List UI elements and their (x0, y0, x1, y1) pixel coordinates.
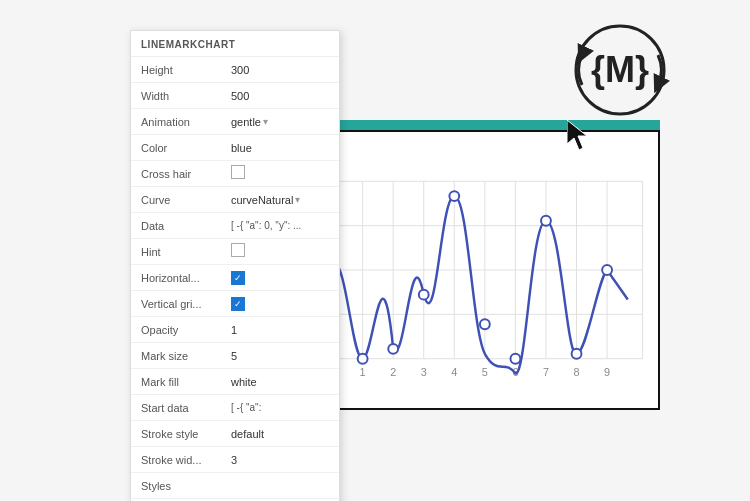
prop-value-3: blue (231, 142, 329, 154)
prop-row-12: Mark fillwhite (131, 369, 339, 395)
prop-row-7: Hint (131, 239, 339, 265)
svg-text:4: 4 (451, 366, 457, 378)
prop-label-6: Data (141, 220, 231, 232)
prop-label-3: Color (141, 142, 231, 154)
svg-point-38 (480, 319, 490, 329)
prop-checkbox-9[interactable] (231, 297, 245, 311)
prop-row-13: Start data[ -{ "a": (131, 395, 339, 421)
prop-value-4 (231, 165, 245, 182)
prop-checkbox-8[interactable] (231, 271, 245, 285)
prop-row-1: Width500 (131, 83, 339, 109)
svg-point-34 (358, 354, 368, 364)
prop-value-1: 500 (231, 90, 329, 102)
prop-label-2: Animation (141, 116, 231, 128)
prop-row-5: CurvecurveNatural ▾ (131, 187, 339, 213)
prop-value-13: [ -{ "a": (231, 402, 329, 413)
prop-value-6: [ -{ "a": 0, "y": ... (231, 220, 329, 231)
svg-text:1: 1 (360, 366, 366, 378)
prop-value-12: white (231, 376, 329, 388)
prop-label-14: Stroke style (141, 428, 231, 440)
prop-label-9: Vertical gri... (141, 298, 231, 310)
svg-text:9: 9 (604, 366, 610, 378)
prop-value-15: 3 (231, 454, 329, 466)
prop-label-8: Horizontal... (141, 272, 231, 284)
prop-row-10: Opacity1 (131, 317, 339, 343)
prop-label-16: Styles (141, 480, 231, 492)
prop-label-15: Stroke wid... (141, 454, 231, 466)
svg-text:3: 3 (421, 366, 427, 378)
svg-point-39 (510, 354, 520, 364)
prop-checkbox-7[interactable] (231, 243, 245, 257)
prop-row-8: Horizontal... (131, 265, 339, 291)
prop-row-9: Vertical gri... (131, 291, 339, 317)
prop-row-0: Height300 (131, 57, 339, 83)
prop-row-2: Animationgentle ▾ (131, 109, 339, 135)
svg-point-36 (419, 290, 429, 300)
prop-row-16: Styles (131, 473, 339, 499)
panel-title: LINEMARKCHART (131, 31, 339, 57)
prop-label-0: Height (141, 64, 231, 76)
svg-point-41 (572, 349, 582, 359)
svg-point-37 (449, 191, 459, 201)
prop-label-11: Mark size (141, 350, 231, 362)
prop-row-4: Cross hair (131, 161, 339, 187)
svg-point-42 (602, 265, 612, 275)
prop-row-15: Stroke wid...3 (131, 447, 339, 473)
properties-panel: LINEMARKCHART Height300Width500Animation… (130, 30, 340, 501)
svg-marker-2 (567, 120, 587, 150)
svg-point-40 (541, 216, 551, 226)
cursor-icon (567, 120, 595, 159)
prop-value-10: 1 (231, 324, 329, 336)
svg-text:{M}: {M} (591, 49, 649, 90)
prop-checkbox-4[interactable] (231, 165, 245, 179)
svg-text:2: 2 (390, 366, 396, 378)
prop-row-3: Colorblue (131, 135, 339, 161)
main-container: {M} LINEMARKCHART Height300Width500Anima… (0, 0, 750, 501)
prop-value-11: 5 (231, 350, 329, 362)
prop-value-2[interactable]: gentle ▾ (231, 116, 329, 128)
svg-text:8: 8 (574, 366, 580, 378)
svg-text:5: 5 (482, 366, 488, 378)
svg-point-35 (388, 344, 398, 354)
prop-row-11: Mark size5 (131, 343, 339, 369)
prop-row-14: Stroke styledefault (131, 421, 339, 447)
prop-row-6: Data[ -{ "a": 0, "y": ... (131, 213, 339, 239)
prop-value-7 (231, 243, 245, 260)
prop-value-0: 300 (231, 64, 329, 76)
prop-label-10: Opacity (141, 324, 231, 336)
prop-label-7: Hint (141, 246, 231, 258)
svg-text:7: 7 (543, 366, 549, 378)
chart-svg: 2 4 6 8 0 1 2 3 4 5 6 7 8 9 (292, 132, 658, 408)
prop-label-5: Curve (141, 194, 231, 206)
chart-inner: 2 4 6 8 0 1 2 3 4 5 6 7 8 9 (290, 130, 660, 410)
prop-label-12: Mark fill (141, 376, 231, 388)
prop-label-13: Start data (141, 402, 231, 414)
prop-value-8 (231, 270, 245, 285)
prop-label-1: Width (141, 90, 231, 102)
prop-value-5[interactable]: curveNatural ▾ (231, 194, 329, 206)
prop-label-4: Cross hair (141, 168, 231, 180)
logo-circle: {M} (570, 20, 670, 120)
prop-value-14: default (231, 428, 329, 440)
prop-value-9 (231, 296, 245, 311)
